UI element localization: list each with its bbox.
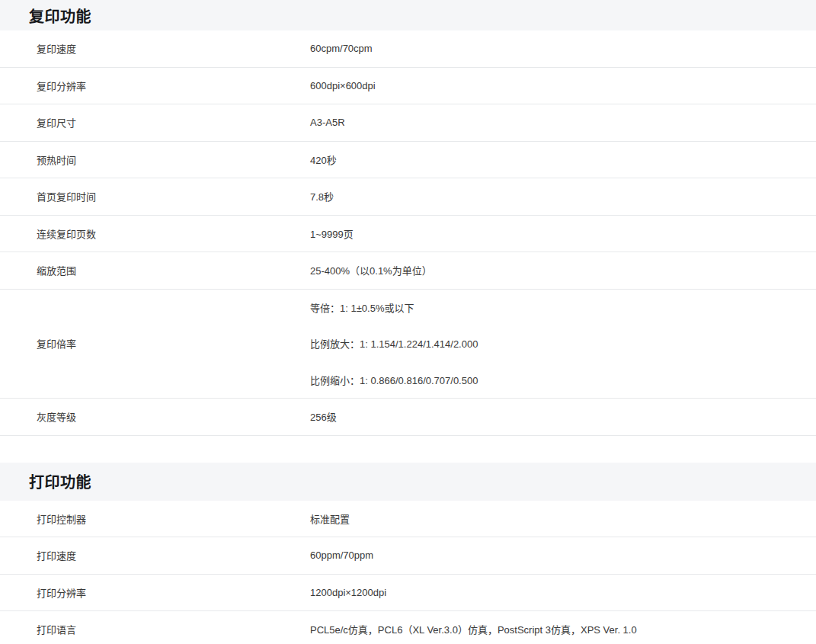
spec-label: 打印语言 [0, 622, 310, 636]
spec-value-line: 1~9999页 [310, 216, 801, 252]
spec-value: 等倍：1: 1±0.5%或以下比例放大：1: 1.154/1.224/1.414… [310, 290, 816, 399]
spec-value-line: 60ppm/70ppm [310, 537, 801, 574]
spec-row: 缩放范围 25-400%（以0.1%为单位） [0, 252, 816, 290]
spec-row: 灰度等级 256级 [0, 399, 816, 436]
spec-section: 复印功能 复印速度 60cpm/70cpm 复印分辨率 600dpi×600dp… [0, 0, 816, 436]
spec-value: PCL5e/c仿真，PCL6（XL Ver.3.0）仿真，PostScript … [310, 611, 816, 644]
spec-value-line: 7.8秒 [310, 178, 801, 215]
spec-value: 420秒 [310, 142, 816, 178]
spec-label: 打印分辨率 [0, 585, 310, 600]
spec-value: 60cpm/70cpm [310, 30, 816, 67]
spec-value-line: 等倍：1: 1±0.5%或以下 [310, 290, 801, 326]
spec-value-line: 600dpi×600dpi [310, 68, 801, 104]
spec-row: 打印分辨率 1200dpi×1200dpi [0, 575, 816, 612]
spec-label: 灰度等级 [0, 409, 310, 424]
section-rows: 复印速度 60cpm/70cpm 复印分辨率 600dpi×600dpi 复印尺… [0, 30, 816, 436]
spec-value: A3-A5R [310, 104, 816, 141]
section-title: 打印功能 [29, 470, 91, 492]
spec-label: 缩放范围 [0, 263, 310, 277]
spec-label: 预热时间 [0, 152, 310, 167]
section-title: 复印功能 [29, 5, 91, 27]
spec-row: 复印倍率 等倍：1: 1±0.5%或以下比例放大：1: 1.154/1.224/… [0, 290, 816, 399]
spec-label: 复印倍率 [0, 336, 310, 351]
spec-row: 复印分辨率 600dpi×600dpi [0, 68, 816, 105]
spec-section: 打印功能 打印控制器 标准配置 打印速度 60ppm/70ppm 打印分辨率 1… [0, 463, 816, 644]
spec-value-line: 比例放大：1: 1.154/1.224/1.414/2.000 [310, 325, 801, 362]
spec-value-line: 25-400%（以0.1%为单位） [310, 252, 801, 289]
spec-row: 预热时间 420秒 [0, 142, 816, 179]
spec-value-line: 420秒 [310, 142, 801, 178]
spec-value-line: A3-A5R [310, 104, 801, 141]
spec-value-line: 256级 [310, 399, 801, 435]
spec-value-line: 60cpm/70cpm [310, 30, 801, 67]
section-header: 打印功能 [0, 463, 816, 501]
section-header: 复印功能 [0, 0, 816, 30]
spec-value: 1~9999页 [310, 216, 816, 252]
spec-label: 首页复印时间 [0, 189, 310, 203]
spec-value: 256级 [310, 399, 816, 435]
spec-label: 连续复印页数 [0, 226, 310, 241]
spec-page: 复印功能 复印速度 60cpm/70cpm 复印分辨率 600dpi×600dp… [0, 0, 816, 644]
spec-row: 复印速度 60cpm/70cpm [0, 30, 816, 68]
spec-row: 首页复印时间 7.8秒 [0, 178, 816, 216]
spec-row: 打印语言 PCL5e/c仿真，PCL6（XL Ver.3.0）仿真，PostSc… [0, 611, 816, 644]
spec-value-line: 比例缩小：1: 0.866/0.816/0.707/0.500 [310, 362, 801, 399]
spec-value-line: 标准配置 [310, 501, 801, 537]
section-rows: 打印控制器 标准配置 打印速度 60ppm/70ppm 打印分辨率 1200dp… [0, 501, 816, 644]
spec-value: 7.8秒 [310, 178, 816, 215]
spec-label: 打印速度 [0, 548, 310, 562]
spec-row: 打印控制器 标准配置 [0, 501, 816, 538]
spec-value-line: PCL5e/c仿真，PCL6（XL Ver.3.0）仿真，PostScript … [310, 611, 801, 644]
spec-label: 复印速度 [0, 41, 310, 56]
spec-value: 25-400%（以0.1%为单位） [310, 252, 816, 289]
spec-value: 60ppm/70ppm [310, 537, 816, 574]
spec-label: 打印控制器 [0, 511, 310, 526]
spec-value-line: 1200dpi×1200dpi [310, 575, 801, 611]
spec-label: 复印分辨率 [0, 78, 310, 93]
spec-value: 标准配置 [310, 501, 816, 537]
spec-value: 600dpi×600dpi [310, 68, 816, 104]
spec-label: 复印尺寸 [0, 115, 310, 130]
spec-value: 1200dpi×1200dpi [310, 575, 816, 611]
spec-row: 打印速度 60ppm/70ppm [0, 537, 816, 575]
spec-row: 连续复印页数 1~9999页 [0, 216, 816, 253]
spec-row: 复印尺寸 A3-A5R [0, 104, 816, 142]
